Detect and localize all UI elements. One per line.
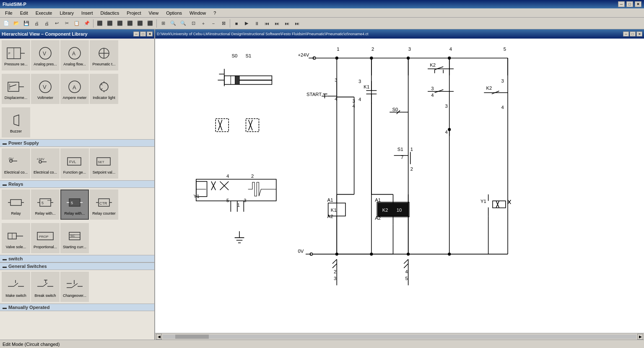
toolbar-btn-new[interactable]: 📄 [2,19,11,28]
svg-text:P: P [8,52,10,55]
hscroll-thumb[interactable] [175,335,209,339]
proportional-icon: PROP [35,227,55,245]
lib-item-relay-counter[interactable]: CTR Relay counter [90,190,118,220]
lib-item-break-switch[interactable]: Break switch [31,272,60,302]
library-close[interactable]: ✕ [147,31,153,36]
section-expand-general[interactable]: ▬ [3,264,7,269]
lib-item-relay[interactable]: Relay [2,190,30,220]
toolbar-btn-zoom-reset[interactable]: ⊠ [219,19,228,28]
minimize-button[interactable]: ─ [618,1,625,7]
toolbar-separator-sep2 [156,19,157,28]
section-expand-power[interactable]: ▬ [3,141,7,145]
svg-text:FVL: FVL [69,160,76,164]
toolbar-btn-run-end[interactable]: ⏭ [282,19,291,28]
menu-item-window[interactable]: Window [186,10,209,16]
menu-item-library[interactable]: Library [56,10,77,16]
toolbar-btn-run-pause[interactable]: ⏸ [252,19,261,28]
svg-text:4: 4 [449,47,452,52]
lib-item-starting-current[interactable]: SC Starting curr... [60,223,89,253]
lib-label-pressure-sensor: Pressure se... [4,62,28,67]
lib-item-analog-pressure[interactable]: V Analog pres... [31,40,60,70]
toolbar-btn-open[interactable]: 📂 [12,19,21,28]
lib-item-voltmeter[interactable]: V Voltmeter [31,74,60,104]
toolbar-btn-zoom-plus[interactable]: + [199,19,208,28]
diagram-close[interactable]: ✕ [636,31,642,36]
toolbar-btn-undo[interactable]: ↩ [52,19,61,28]
toolbar-btn-print-preview[interactable]: 🖨 [32,19,41,28]
menu-item-[interactable]: ? [210,10,219,16]
toolbar-btn-run-last[interactable]: ⏭ [292,19,301,28]
lib-item-changeover[interactable]: Changeover... [60,272,89,302]
diagram-area[interactable]: .circuit-text { font-family: Arial, sans… [155,39,644,333]
lib-label-electrical-24v: Electrical co... [34,171,57,175]
svg-text:3: 3 [501,78,504,83]
hscroll-right[interactable]: ▶ [637,334,643,340]
section-expand-relays[interactable]: ▬ [3,182,7,187]
toolbar-btn-run-back[interactable]: ⏮ [262,19,271,28]
menu-item-project[interactable]: Project [123,10,144,16]
toolbar-btn-cut[interactable]: ✂ [62,19,71,28]
toolbar-btn-print[interactable]: 🖨 [42,19,51,28]
toolbar-btn-align4[interactable]: ⬛ [125,19,135,28]
toolbar-btn-run-stop[interactable]: ■ [232,19,241,28]
lib-item-valve-solenoid[interactable]: Valve sole... [2,223,30,253]
lib-item-buzzer[interactable]: Buzzer [2,107,30,138]
svg-text:7: 7 [401,155,403,160]
toolbar-btn-zoom-in[interactable]: 🔍 [169,19,178,28]
lib-item-displacement[interactable]: Displaceme... [2,74,30,104]
lib-item-setpoint-val[interactable]: SET Setpoint val... [90,148,118,179]
menu-item-view[interactable]: View [145,10,162,16]
svg-text:+24V: +24V [298,52,309,57]
svg-text:A2: A2 [327,214,333,219]
indicator-light-icon [94,78,114,96]
toolbar-btn-zoom-minus[interactable]: − [209,19,218,28]
svg-text:3: 3 [352,99,355,104]
diagram-restore[interactable]: □ [630,31,636,36]
toolbar-btn-align5[interactable]: ⬛ [135,19,145,28]
section-expand-switch[interactable]: ▬ [3,257,7,261]
menu-item-edit[interactable]: Edit [17,10,31,16]
lib-item-electrical-24v[interactable]: +24V Electrical co... [31,148,60,179]
toolbar-btn-zoom-out[interactable]: 🔍 [179,19,188,28]
library-minimize[interactable]: ─ [133,31,139,36]
toolbar-btn-table[interactable]: ⊞ [158,19,168,28]
menu-item-didactics[interactable]: Didactics [97,10,123,16]
close-button[interactable]: ✕ [635,1,641,7]
menu-item-options[interactable]: Options [163,10,185,16]
lib-item-ampere-meter[interactable]: A Ampere meter [60,74,89,104]
toolbar-btn-run-play[interactable]: ▶ [242,19,251,28]
lib-item-relay-with-2[interactable]: 5 Relay with... [60,190,89,220]
changeover-icon [65,275,85,294]
restore-button[interactable]: □ [626,1,633,7]
horizontal-scrollbar[interactable]: ◀ ▶ [155,333,644,340]
toolbar-btn-run-fwd[interactable]: ⏭ [272,19,281,28]
lib-item-analog-flow[interactable]: A Analog flow... [60,40,89,70]
toolbar-btn-copy[interactable]: 📋 [72,19,81,28]
lib-item-pneumatic-t[interactable]: Pneumatic t... [90,40,118,70]
svg-rect-71 [159,39,640,333]
toolbar-btn-align2[interactable]: ⬛ [105,19,114,28]
lib-item-function-gen[interactable]: FVL Function ge... [60,148,89,179]
diagram-minimize[interactable]: ─ [623,31,629,36]
menu-item-execute[interactable]: Execute [32,10,56,16]
section-expand-manual[interactable]: ▬ [3,305,7,310]
hscroll-left[interactable]: ◀ [156,334,162,340]
toolbar-btn-zoom-fit[interactable]: ⊡ [189,19,198,28]
svg-text:A2: A2 [375,216,381,221]
menu-item-insert[interactable]: Insert [78,10,96,16]
toolbar-btn-save[interactable]: 💾 [22,19,31,28]
toolbar-btn-paste[interactable]: 📌 [82,19,91,28]
menu-item-file[interactable]: File [2,10,16,16]
toolbar-separator-sep1 [93,19,93,28]
toolbar-btn-align1[interactable]: ⬛ [95,19,104,28]
lib-item-proportional[interactable]: PROP Proportional... [31,223,60,253]
lib-item-make-switch[interactable]: Make switch [2,272,30,302]
svg-text:4: 4 [431,93,434,98]
toolbar-btn-align6[interactable]: ⬛ [145,19,155,28]
lib-item-electrical-0v[interactable]: 0V Electrical co... [2,148,30,179]
lib-item-pressure-sensor[interactable]: P Pressure se... [2,40,30,70]
lib-item-indicator-light[interactable]: Indicator light [90,74,118,104]
toolbar-btn-align3[interactable]: ⬛ [115,19,125,28]
library-restore[interactable]: □ [140,31,146,36]
lib-item-relay-with-1[interactable]: 5 Relay with... [31,190,60,220]
